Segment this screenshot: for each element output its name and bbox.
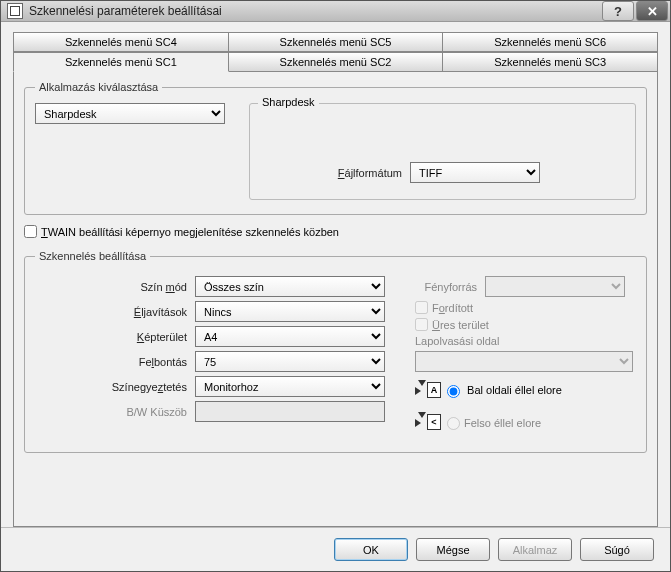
tab-row-front: Szkennelés menü SC1 Szkennelés menü SC2 … (13, 52, 658, 72)
empty-area-checkbox (415, 318, 428, 331)
ok-button[interactable]: OK (334, 538, 408, 561)
cancel-button[interactable]: Mégse (416, 538, 490, 561)
apply-button[interactable]: Alkalmaz (498, 538, 572, 561)
light-source-select (485, 276, 625, 297)
image-area-select[interactable]: A4 (195, 326, 385, 347)
tab-sc2[interactable]: Szkennelés menü SC2 (228, 52, 444, 72)
image-area-label: Képterület (35, 331, 195, 343)
orientation-top-icon: < (415, 412, 441, 434)
inverted-checkbox (415, 301, 428, 314)
app-icon (7, 3, 23, 19)
format-box: Sharpdesk Fájlformátum TIFF (249, 103, 636, 200)
scan-settings-legend: Szkennelés beállítása (35, 250, 150, 262)
bw-threshold-label: B/W Küszöb (35, 406, 195, 418)
top-edge-radio (447, 417, 460, 430)
orientation-left-icon: A (415, 380, 441, 402)
tab-sc1[interactable]: Szkennelés menü SC1 (13, 52, 229, 72)
twain-checkbox-label: TWAIN beállítási képernyo megjelenítése … (41, 226, 339, 238)
left-edge-radio-row[interactable]: Bal oldali éllel elore (447, 384, 562, 398)
format-box-label: Sharpdesk (258, 96, 319, 108)
tab-sc6[interactable]: Szkennelés menü SC6 (442, 32, 658, 52)
color-mode-select[interactable]: Összes szín (195, 276, 385, 297)
resolution-label: Felbontás (35, 356, 195, 368)
edge-select[interactable]: Nincs (195, 301, 385, 322)
inverted-label: Fordított (432, 302, 473, 314)
app-selection-group: Alkalmazás kiválasztása Sharpdesk Sharpd… (24, 81, 647, 215)
app-selection-legend: Alkalmazás kiválasztása (35, 81, 162, 93)
tab-sc4[interactable]: Szkennelés menü SC4 (13, 32, 229, 52)
color-match-select[interactable]: Monitorhoz (195, 376, 385, 397)
top-edge-label: Felso éllel elore (464, 417, 541, 429)
empty-area-row: Üres terület (415, 318, 489, 331)
scan-settings-group: Szkennelés beállítása Szín mód Összes sz… (24, 250, 647, 453)
resolution-select[interactable]: 75 (195, 351, 385, 372)
empty-area-label: Üres terület (432, 319, 489, 331)
scan-side-label: Lapolvasási oldal (415, 335, 499, 347)
tab-panel-sc1: Alkalmazás kiválasztása Sharpdesk Sharpd… (13, 71, 658, 527)
footer: OK Mégse Alkalmaz Súgó (1, 527, 670, 571)
left-edge-radio[interactable] (447, 385, 460, 398)
help-button-titlebar[interactable]: ? (602, 1, 634, 21)
twain-checkbox[interactable] (24, 225, 37, 238)
twain-checkbox-row[interactable]: TWAIN beállítási képernyo megjelenítése … (24, 225, 339, 238)
tab-row-back: Szkennelés menü SC4 Szkennelés menü SC5 … (13, 32, 658, 52)
scan-side-select (415, 351, 633, 372)
color-mode-label: Szín mód (35, 281, 195, 293)
tab-sc3[interactable]: Szkennelés menü SC3 (442, 52, 658, 72)
top-edge-radio-row: Felso éllel elore (447, 417, 541, 430)
color-match-label: Színegyeztetés (35, 381, 195, 393)
edge-label: Éljavítások (35, 306, 195, 318)
close-button[interactable]: ✕ (636, 1, 668, 21)
application-select[interactable]: Sharpdesk (35, 103, 225, 124)
help-button[interactable]: Súgó (580, 538, 654, 561)
inverted-row: Fordított (415, 301, 473, 314)
file-format-select[interactable]: TIFF (410, 162, 540, 183)
titlebar: Szkennelési paraméterek beállításai ? ✕ (1, 1, 670, 22)
tab-sc5[interactable]: Szkennelés menü SC5 (228, 32, 444, 52)
window-title: Szkennelési paraméterek beállításai (29, 4, 600, 18)
light-source-label: Fényforrás (415, 281, 485, 293)
left-edge-label: Bal oldali éllel elore (467, 384, 562, 396)
dialog-window: Szkennelési paraméterek beállításai ? ✕ … (0, 0, 671, 572)
bw-threshold-input (195, 401, 385, 422)
content-area: Szkennelés menü SC4 Szkennelés menü SC5 … (1, 22, 670, 527)
file-format-label: Fájlformátum (260, 167, 410, 179)
